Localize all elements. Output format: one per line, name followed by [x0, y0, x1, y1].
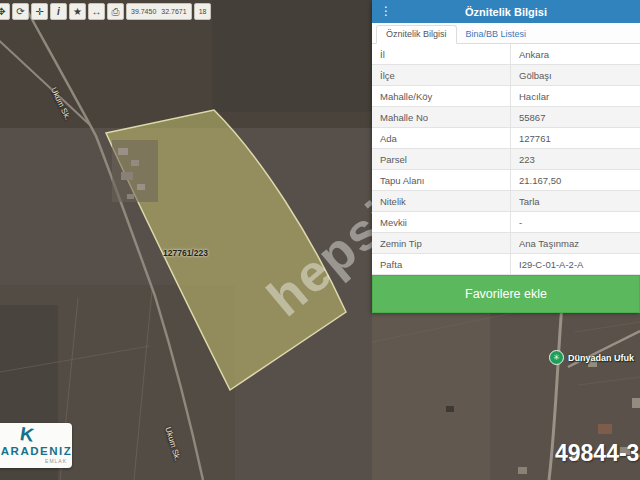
- row-label: İl: [372, 49, 510, 60]
- zoom-level-value: 18: [199, 8, 207, 15]
- row-label: Parsel: [372, 154, 510, 165]
- coordinate-display: 39.7450 32.7671: [126, 3, 192, 20]
- table-row: Pafta I29-C-01-A-2-A: [372, 254, 640, 275]
- map-toolbar: ✥ ⟳ ✛ i ★ ↔ ⎙ 39.7450 32.7671 18: [0, 3, 211, 20]
- print-icon[interactable]: ⎙: [107, 3, 124, 20]
- row-label: Ada: [372, 133, 510, 144]
- agency-logo: K KARADENIZ EMLAK: [0, 423, 72, 468]
- poi-label: Dünyadan Ufuk: [568, 353, 634, 363]
- measure-icon[interactable]: ↔: [88, 3, 105, 20]
- row-value: 21.167,50: [510, 170, 640, 190]
- add-to-favorites-button[interactable]: Favorilere ekle: [372, 275, 640, 313]
- zoom-level-display: 18: [194, 3, 212, 20]
- row-label: Pafta: [372, 259, 510, 270]
- panel-title: Öznitelik Bilgisi: [372, 6, 640, 18]
- panel-tabs: Öznitelik Bilgisi Bina/BB Listesi: [372, 23, 640, 44]
- row-value: 127761: [510, 128, 640, 148]
- row-value: I29-C-01-A-2-A: [510, 254, 640, 274]
- attribute-table: İl Ankara İlçe Gölbaşı Mahalle/Köy Hacıl…: [372, 44, 640, 275]
- latitude-value: 39.7450: [131, 8, 156, 15]
- row-value: -: [510, 212, 640, 232]
- row-label: Mahalle/Köy: [372, 91, 510, 102]
- table-row: Parsel 223: [372, 149, 640, 170]
- row-value: Gölbaşı: [510, 65, 640, 85]
- table-row: Tapu Alanı 21.167,50: [372, 170, 640, 191]
- poi-green-icon: ✳: [549, 350, 564, 365]
- row-label: Mevkii: [372, 217, 510, 228]
- parcel-number-label: 127761/223: [163, 248, 208, 258]
- listing-code: 49844-348: [555, 440, 640, 467]
- table-row: İlçe Gölbaşı: [372, 65, 640, 86]
- poi-marker: ✳ Dünyadan Ufuk: [549, 350, 634, 365]
- app-window: hepsiemlak Ukum Sk. Ukum Sk. 127761/223 …: [0, 0, 640, 480]
- tab-oznitelik-bilgisi[interactable]: Öznitelik Bilgisi: [376, 25, 457, 44]
- row-label: İlçe: [372, 70, 510, 81]
- row-label: Zemin Tip: [372, 238, 510, 249]
- menu-dots-icon[interactable]: ⋮: [380, 0, 392, 23]
- longitude-value: 32.7671: [161, 8, 186, 15]
- table-row: Zemin Tip Ana Taşınmaz: [372, 233, 640, 254]
- row-value: Hacılar: [510, 86, 640, 106]
- refresh-icon[interactable]: ⟳: [12, 3, 29, 20]
- attribute-panel: ⋮ Öznitelik Bilgisi Öznitelik Bilgisi Bi…: [372, 0, 640, 313]
- logo-sub-text: EMLAK: [45, 458, 67, 464]
- logo-brand-text: KARADENIZ: [0, 445, 72, 457]
- table-row: Nitelik Tarla: [372, 191, 640, 212]
- table-row: Mahalle/Köy Hacılar: [372, 86, 640, 107]
- logo-k-mark: K: [18, 423, 35, 447]
- table-row: Mevkii -: [372, 212, 640, 233]
- row-value: Tarla: [510, 191, 640, 211]
- favorite-star-icon[interactable]: ★: [69, 3, 86, 20]
- row-label: Mahalle No: [372, 112, 510, 123]
- row-value: Ana Taşınmaz: [510, 233, 640, 253]
- row-value: 55867: [510, 107, 640, 127]
- tab-bina-bb-listesi[interactable]: Bina/BB Listesi: [457, 26, 536, 43]
- table-row: Ada 127761: [372, 128, 640, 149]
- table-row: İl Ankara: [372, 44, 640, 65]
- panel-header: ⋮ Öznitelik Bilgisi: [372, 0, 640, 23]
- row-value: 223: [510, 149, 640, 169]
- row-label: Tapu Alanı: [372, 175, 510, 186]
- row-value: Ankara: [510, 44, 640, 64]
- row-label: Nitelik: [372, 196, 510, 207]
- table-row: Mahalle No 55867: [372, 107, 640, 128]
- move-icon[interactable]: ✛: [31, 3, 48, 20]
- pan-hand-icon[interactable]: ✥: [0, 3, 10, 20]
- info-icon[interactable]: i: [50, 3, 67, 20]
